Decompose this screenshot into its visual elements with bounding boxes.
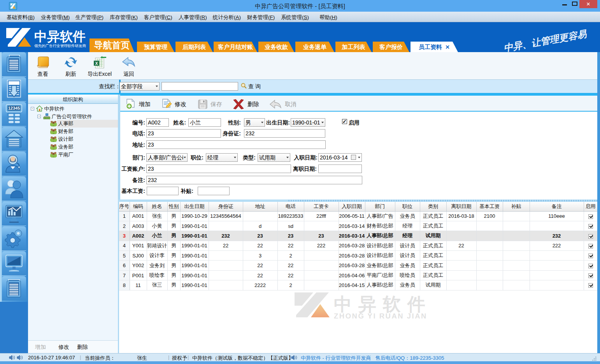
- svg-text:X: X: [95, 61, 98, 66]
- svg-text:12345: 12345: [8, 106, 20, 110]
